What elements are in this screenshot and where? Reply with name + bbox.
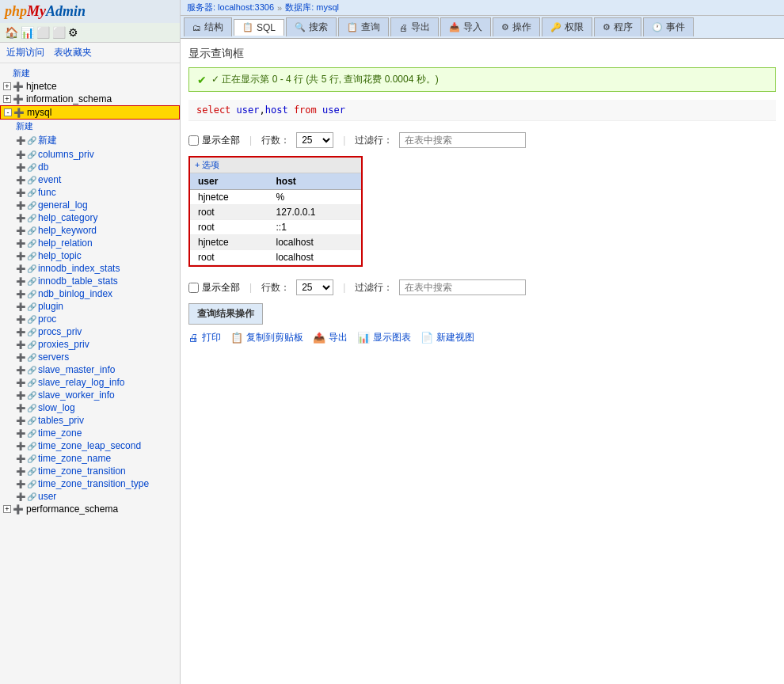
mysql-table-ndb-binlog-index[interactable]: ➕🔗ndb_binlog_index — [13, 287, 180, 300]
cell-host: localhost — [268, 250, 361, 265]
app-container: phpMyAdmin 🏠 📊 ⬜ ⬜ ⚙ 近期访问 表收藏夹 新建 — [0, 0, 784, 684]
table-row: rootlocalhost — [190, 250, 361, 265]
table-row: root::1 — [190, 220, 361, 235]
filter-input[interactable] — [399, 132, 526, 148]
db-hjnetce[interactable]: + ➕ hjnetce — [0, 80, 180, 93]
tab-routines[interactable]: ⚙程序 — [594, 17, 641, 36]
mysql-table-help-relation[interactable]: ➕🔗help_relation — [13, 237, 180, 249]
gear-icon[interactable]: ⚙ — [68, 26, 81, 39]
db-breadcrumb[interactable]: 数据库: mysql — [285, 2, 339, 13]
cell-user: root — [190, 205, 268, 220]
mysql-table-func[interactable]: ➕🔗func — [13, 186, 180, 199]
mysql-table-db[interactable]: ➕🔗db — [13, 161, 180, 173]
db-info-schema-label: information_schema — [26, 93, 112, 104]
bottom-show-all-label: 显示全部 — [188, 281, 240, 294]
operations-buttons: 🖨 打印 📋 复制到剪贴板 📤 导出 📊 — [188, 331, 776, 344]
mysql-table-proxies-priv[interactable]: ➕🔗proxies_priv — [13, 338, 180, 351]
new-database-item[interactable]: 新建 — [0, 66, 180, 80]
mysql-table-event[interactable]: ➕🔗event — [13, 173, 180, 186]
rows-select[interactable]: 25 50 100 250 — [296, 132, 333, 148]
mysql-table-time-zone-transition-type[interactable]: ➕🔗time_zone_transition_type — [13, 477, 180, 490]
mysql-table-plugin[interactable]: ➕🔗plugin — [13, 300, 180, 313]
copy-clipboard-btn[interactable]: 📋 复制到剪贴板 — [230, 331, 303, 344]
expand-perf-schema[interactable]: + — [3, 505, 11, 513]
routines-tab-icon: ⚙ — [603, 22, 611, 32]
bottom-filter-input[interactable] — [399, 279, 526, 295]
clipboard-icon: 📋 — [230, 332, 243, 344]
sql-tab-icon: 📋 — [242, 22, 253, 32]
mysql-table-slave-worker-info[interactable]: ➕🔗slave_worker_info — [13, 389, 180, 401]
top-table-controls: 显示全部 | 行数： 25 50 100 250 | 过滤行： — [188, 129, 776, 151]
table-row: root127.0.0.1 — [190, 205, 361, 220]
db-performance-schema[interactable]: + ➕ performance_schema — [0, 503, 180, 515]
tab-import[interactable]: 📥导入 — [440, 17, 491, 36]
mysql-table-time-zone-leap-second[interactable]: ➕🔗time_zone_leap_second — [13, 439, 180, 452]
status-icon[interactable]: 📊 — [21, 26, 33, 39]
mysql-table-user[interactable]: ➕🔗user — [13, 490, 180, 503]
tab-permissions[interactable]: 🔑权限 — [542, 17, 592, 36]
mysql-table-time-zone[interactable]: ➕🔗time_zone — [13, 427, 180, 439]
tab-search[interactable]: 🔍搜索 — [286, 17, 337, 36]
result-options: + 选项 — [190, 158, 361, 173]
tab-events[interactable]: 🕐事件 — [643, 17, 694, 36]
mysql-table-procs-priv[interactable]: ➕🔗procs_priv — [13, 325, 180, 338]
expand-hjnetce[interactable]: + — [3, 82, 11, 90]
tab-sql[interactable]: 📋SQL — [234, 19, 284, 36]
mysql-table-tables-priv[interactable]: ➕🔗tables_priv — [13, 414, 180, 427]
search-tab-icon: 🔍 — [295, 22, 306, 32]
col-host-header: host — [268, 173, 361, 190]
mysql-table-servers[interactable]: ➕🔗servers — [13, 351, 180, 363]
recent-link[interactable]: 近期访问 — [6, 46, 44, 59]
export-btn[interactable]: 📤 导出 — [313, 331, 348, 344]
mysql-table-slow-log[interactable]: ➕🔗slow_log — [13, 401, 180, 414]
favorites-link[interactable]: 表收藏夹 — [54, 46, 92, 59]
permissions-tab-icon: 🔑 — [550, 22, 561, 32]
mysql-table-help-keyword[interactable]: ➕🔗help_keyword — [13, 224, 180, 237]
new-view-btn[interactable]: 📄 新建视图 — [421, 331, 474, 344]
cell-host: localhost — [268, 235, 361, 250]
filter-label: 过滤行： — [355, 134, 393, 147]
mysql-table-slave-master-info[interactable]: ➕🔗slave_master_info — [13, 363, 180, 376]
export-icon: 📤 — [313, 332, 325, 344]
mysql-table-help-category[interactable]: ➕🔗help_category — [13, 211, 180, 224]
server-breadcrumb[interactable]: 服务器: localhost:3306 — [187, 2, 274, 13]
expand-info-schema[interactable]: + — [3, 95, 11, 103]
sql-user-value: user — [237, 104, 260, 116]
sql-display: select user,host from user — [188, 100, 776, 121]
mysql-new[interactable]: 新建 — [13, 120, 180, 133]
options-link[interactable]: + 选项 — [195, 160, 219, 169]
tab-structure[interactable]: 🗂结构 — [184, 17, 232, 36]
bottom-rows-select[interactable]: 25 50 100 — [296, 279, 333, 295]
mysql-table-general-log[interactable]: ➕🔗general_log — [13, 199, 180, 211]
table-row: hjnetcelocalhost — [190, 235, 361, 250]
tab-query[interactable]: 📋查询 — [338, 17, 389, 36]
bottom-show-all-checkbox[interactable] — [188, 283, 199, 293]
tab-export[interactable]: 🖨导出 — [390, 17, 439, 36]
print-btn[interactable]: 🖨 打印 — [188, 331, 221, 344]
mysql-table-columns-priv[interactable]: ➕🔗columns_priv — [13, 148, 180, 161]
tab-operations[interactable]: ⚙操作 — [493, 17, 540, 36]
db-mysql[interactable]: - ➕ mysql — [0, 105, 180, 120]
show-chart-btn[interactable]: 📊 显示图表 — [357, 331, 411, 344]
expand-mysql[interactable]: - — [4, 108, 12, 116]
mysql-children: 新建 ➕🔗新建➕🔗columns_priv➕🔗db➕🔗event➕🔗func➕🔗… — [0, 120, 180, 503]
show-all-checkbox[interactable] — [188, 135, 199, 146]
mysql-table---[interactable]: ➕🔗新建 — [13, 133, 180, 148]
home-icon[interactable]: 🏠 — [5, 26, 17, 39]
success-icon: ✔ — [197, 74, 207, 86]
users-icon[interactable]: ⬜ — [52, 26, 65, 39]
col-user-header: user — [190, 173, 268, 190]
settings-icon[interactable]: ⬜ — [36, 26, 49, 39]
table-row: hjnetce% — [190, 190, 361, 205]
mysql-table-innodb-table-stats[interactable]: ➕🔗innodb_table_stats — [13, 275, 180, 287]
mysql-table-help-topic[interactable]: ➕🔗help_topic — [13, 249, 180, 262]
mysql-table-slave-relay-log-info[interactable]: ➕🔗slave_relay_log_info — [13, 376, 180, 389]
mysql-table-innodb-index-stats[interactable]: ➕🔗innodb_index_stats — [13, 262, 180, 275]
export-tab-icon: 🖨 — [399, 23, 408, 32]
mysql-table-time-zone-transition[interactable]: ➕🔗time_zone_transition — [13, 465, 180, 477]
mysql-table-proc[interactable]: ➕🔗proc — [13, 313, 180, 325]
operations-title: 查询结果操作 — [188, 303, 263, 325]
db-information-schema[interactable]: + ➕ information_schema — [0, 93, 180, 105]
mysql-table-time-zone-name[interactable]: ➕🔗time_zone_name — [13, 452, 180, 465]
result-table: user host hjnetce%root127.0.0.1root::1hj… — [190, 173, 361, 265]
